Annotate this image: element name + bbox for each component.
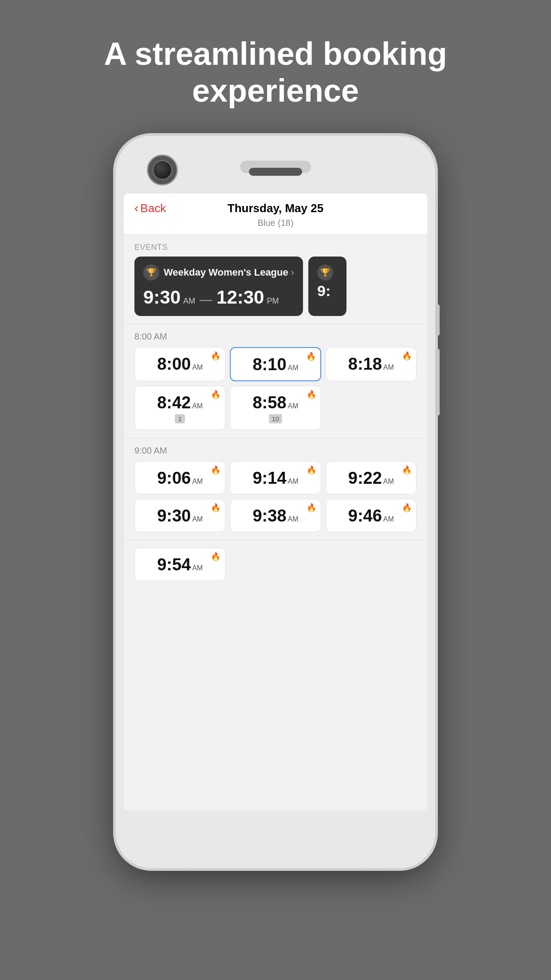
event-time-2: 9: <box>317 282 338 300</box>
time-slot-946[interactable]: 🔥 9:46 AM <box>326 499 417 532</box>
time-ampm: AM <box>383 364 394 371</box>
time-slot-818[interactable]: 🔥 8:18 AM <box>326 347 417 381</box>
time-slot-time: 8:10 AM <box>252 355 298 374</box>
flame-icon: 🔥 <box>402 465 412 475</box>
flame-icon: 🔥 <box>211 552 220 561</box>
event-start-ampm: AM <box>183 296 195 306</box>
time-grid-8am: 🔥 8:00 AM 🔥 8:10 AM <box>134 347 417 430</box>
time-slot-time: 9:38 AM <box>252 506 298 526</box>
event-card-2[interactable]: 🏆 9: <box>308 257 346 316</box>
headline: A streamlined booking experience <box>102 36 449 109</box>
page-title: Thursday, May 25 <box>228 202 323 215</box>
flame-icon: 🔥 <box>402 503 412 513</box>
time-big: 9:22 <box>348 469 382 488</box>
time-big: 9:46 <box>348 506 382 526</box>
event-card-header: 🏆 Weekday Women's League › <box>143 265 294 281</box>
headline-line1: A streamlined booking <box>104 36 447 71</box>
time-ampm: AM <box>383 515 394 523</box>
time-grid-9am: 🔥 9:06 AM 🔥 9:14 AM 🔥 <box>134 461 417 532</box>
time-big: 8:58 <box>252 393 286 412</box>
time-slot-time: 8:42 AM <box>157 393 203 412</box>
header-nav: ‹ Back Thursday, May 25 <box>134 202 417 215</box>
time-slot-800[interactable]: 🔥 8:00 AM <box>134 347 225 381</box>
screen: ‹ Back Thursday, May 25 Blue (18) EVENTS… <box>124 194 427 810</box>
time-big: 8:18 <box>348 355 382 374</box>
app-content: ‹ Back Thursday, May 25 Blue (18) EVENTS… <box>124 194 427 810</box>
flame-icon: 🔥 <box>306 352 316 361</box>
time-big: 9:38 <box>252 506 286 526</box>
flame-icon: 🔥 <box>211 503 220 513</box>
event-chevron-icon: › <box>291 267 294 278</box>
time-slot-930[interactable]: 🔥 9:30 AM <box>134 499 225 532</box>
time-slot-858[interactable]: 🔥 8:58 AM 10 <box>230 386 321 430</box>
flame-icon: 🔥 <box>211 390 220 399</box>
time-big: 8:00 <box>157 355 191 374</box>
time-slot-time: 9:06 AM <box>157 469 203 488</box>
time-ampm: AM <box>192 564 203 572</box>
slot-badge: 1 <box>175 414 185 423</box>
time-big: 8:10 <box>252 355 286 374</box>
time-ampm: AM <box>192 364 203 371</box>
time-slot-842[interactable]: 🔥 8:42 AM 1 <box>134 386 225 430</box>
time-slot-time: 9:14 AM <box>252 469 298 488</box>
time-big: 9:06 <box>157 469 191 488</box>
time-slot-time: 8:18 AM <box>348 355 394 374</box>
time-slot-954[interactable]: 🔥 9:54 AM <box>134 548 225 581</box>
flame-icon: 🔥 <box>307 465 316 475</box>
header: ‹ Back Thursday, May 25 Blue (18) <box>124 194 427 235</box>
time-ampm: AM <box>288 402 299 410</box>
flame-icon: 🔥 <box>307 390 316 399</box>
time-slot-914[interactable]: 🔥 9:14 AM <box>230 461 321 494</box>
time-slot-938[interactable]: 🔥 9:38 AM <box>230 499 321 532</box>
event-time: 9:30 AM — 12:30 PM <box>143 287 294 308</box>
event-name: Weekday Women's League <box>164 267 288 278</box>
time-slot-922[interactable]: 🔥 9:22 AM <box>326 461 417 494</box>
time-section-8am: 8:00 AM 🔥 8:00 AM 🔥 8:10 <box>124 324 427 430</box>
back-button[interactable]: ‹ Back <box>134 201 166 215</box>
camera-lens <box>153 160 172 180</box>
time-ampm: AM <box>192 478 203 486</box>
time-ampm: AM <box>288 515 299 523</box>
event-end-time: 12:30 <box>216 287 264 308</box>
event-start-time: 9:30 <box>143 287 181 308</box>
event-start-time-2: 9: <box>317 282 331 300</box>
time-ampm: AM <box>192 402 203 410</box>
time-big: 9:30 <box>157 506 191 526</box>
time-slot-time: 9:46 AM <box>348 506 394 526</box>
flame-icon: 🔥 <box>307 503 316 513</box>
time-big: 8:42 <box>157 393 191 412</box>
time-ampm: AM <box>288 364 299 372</box>
events-section-label: EVENTS <box>124 235 427 257</box>
power-button <box>435 304 440 336</box>
event-dash: — <box>200 292 212 307</box>
volume-button <box>435 349 440 415</box>
time-section-954: 🔥 9:54 AM <box>124 541 427 581</box>
time-slot-906[interactable]: 🔥 9:06 AM <box>134 461 225 494</box>
time-ampm: AM <box>383 478 394 486</box>
flame-icon: 🔥 <box>211 465 220 475</box>
time-slot-810[interactable]: 🔥 8:10 AM <box>230 347 321 381</box>
trophy-icon-2: 🏆 <box>317 265 333 281</box>
time-big: 9:14 <box>252 469 286 488</box>
headline-line2: experience <box>192 73 359 108</box>
time-section-9am: 9:00 AM 🔥 9:06 AM 🔥 9:14 AM <box>124 439 427 532</box>
trophy-icon: 🏆 <box>143 265 159 281</box>
phone-shell: ‹ Back Thursday, May 25 Blue (18) EVENTS… <box>116 136 435 868</box>
slot-badge: 10 <box>269 414 283 423</box>
time-slot-time: 9:54 AM <box>157 555 203 574</box>
back-chevron-icon: ‹ <box>134 201 138 215</box>
back-label: Back <box>140 202 166 215</box>
time-slot-time: 9:30 AM <box>157 506 203 526</box>
flame-icon: 🔥 <box>402 351 412 361</box>
event-card-left: 🏆 Weekday Women's League <box>143 265 288 281</box>
time-slot-time: 8:58 AM <box>252 393 298 412</box>
time-slot-time: 9:22 AM <box>348 469 394 488</box>
event-card-1[interactable]: 🏆 Weekday Women's League › 9:30 AM — 12:… <box>134 257 303 316</box>
camera <box>147 154 178 186</box>
time-section-label-8am: 8:00 AM <box>134 332 417 342</box>
header-subtitle: Blue (18) <box>134 218 417 228</box>
time-slot-time: 8:00 AM <box>157 355 203 374</box>
time-big: 9:54 <box>157 555 191 574</box>
time-section-label-9am: 9:00 AM <box>134 446 417 456</box>
events-scroll[interactable]: 🏆 Weekday Women's League › 9:30 AM — 12:… <box>124 257 427 316</box>
